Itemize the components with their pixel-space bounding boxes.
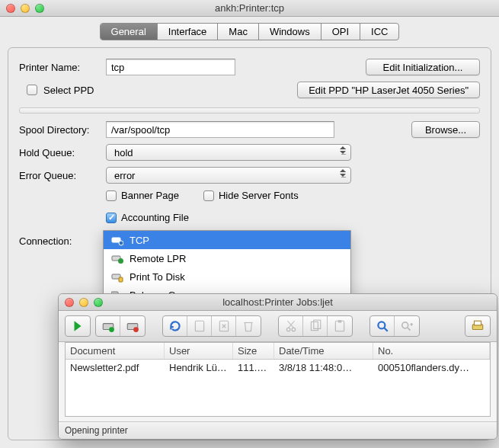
zoom-window-button[interactable] — [35, 4, 44, 13]
connection-option-print-to-disk[interactable]: Print To Disk — [104, 267, 350, 286]
stop-printer-button[interactable] — [120, 316, 145, 336]
spool-dir-input[interactable] — [106, 121, 334, 138]
svg-point-21 — [402, 322, 408, 328]
svg-point-3 — [118, 258, 123, 264]
col-number[interactable]: No. — [373, 343, 490, 359]
tabbar: General Interface Mac Windows OPI ICC — [0, 23, 499, 40]
print-button[interactable] — [465, 316, 490, 336]
printer-disk-icon — [111, 270, 123, 283]
connection-option-remote-lpr[interactable]: Remote LPR — [104, 249, 350, 267]
svg-rect-12 — [195, 321, 203, 331]
jobs-minimize-button[interactable] — [79, 298, 88, 307]
resume-printer-button[interactable] — [96, 316, 120, 336]
spool-dir-label: Spool Directory: — [19, 124, 100, 136]
svg-point-15 — [292, 328, 296, 331]
edit-ppd-button[interactable]: Edit PPD "HP LaserJet 4050 Series" — [297, 82, 480, 98]
svg-rect-23 — [475, 321, 481, 325]
hide-fonts-checkbox[interactable] — [203, 190, 214, 201]
error-queue-select[interactable]: error — [106, 167, 351, 184]
find-button[interactable] — [370, 316, 395, 336]
jobs-status: Opening printer — [59, 421, 497, 439]
close-window-button[interactable] — [6, 4, 15, 13]
copy-button[interactable] — [303, 316, 328, 336]
svg-point-11 — [133, 327, 139, 332]
hold-queue-label: Hold Queue: — [19, 147, 100, 158]
jobs-window-title: localhost:Printer Jobs:ljet — [59, 296, 497, 308]
svg-point-20 — [378, 322, 385, 328]
find-next-button[interactable] — [395, 316, 419, 336]
col-size[interactable]: Size — [233, 343, 274, 359]
hold-queue-select[interactable]: hold — [106, 144, 351, 161]
connection-option-tcp[interactable]: TCP — [104, 231, 350, 249]
jobs-close-button[interactable] — [65, 298, 74, 307]
col-user[interactable]: User — [165, 343, 233, 359]
printer-jobs-window: localhost:Printer Jobs:ljet — [58, 293, 497, 440]
svg-rect-5 — [119, 277, 123, 282]
col-document[interactable]: Document — [66, 343, 165, 359]
svg-point-14 — [286, 328, 290, 331]
tab-mac[interactable]: Mac — [218, 24, 259, 40]
play-button[interactable] — [66, 316, 90, 336]
browse-button[interactable]: Browse... — [411, 121, 480, 138]
svg-rect-19 — [338, 320, 342, 322]
separator — [19, 107, 480, 114]
main-titlebar: ankh:Printer:tcp — [0, 0, 499, 17]
delete-job-button[interactable] — [236, 316, 261, 336]
accounting-checkbox[interactable] — [106, 213, 117, 223]
window-title: ankh:Printer:tcp — [0, 2, 499, 14]
hold-job-button[interactable] — [187, 316, 212, 336]
printer-network-icon — [111, 234, 123, 246]
tab-interface[interactable]: Interface — [158, 24, 219, 40]
connection-label: Connection: — [19, 235, 100, 247]
jobs-table: Document User Size Date/Time No. Newslet… — [65, 342, 491, 417]
hide-fonts-label: Hide Server Fonts — [219, 190, 299, 201]
error-queue-label: Error Queue: — [19, 170, 100, 181]
jobs-zoom-button[interactable] — [94, 298, 103, 307]
select-ppd-label: Select PPD — [43, 85, 94, 96]
table-row[interactable]: Newsletter2.pdf Hendrik Lü… 111.5… 3/8/1… — [66, 360, 490, 376]
accounting-label: Accounting File — [121, 212, 189, 223]
banner-page-checkbox[interactable] — [106, 190, 117, 201]
tab-general[interactable]: General — [101, 24, 158, 40]
select-ppd-checkbox[interactable] — [27, 85, 37, 95]
printer-globe-icon — [111, 252, 123, 264]
tab-windows[interactable]: Windows — [259, 24, 321, 40]
col-datetime[interactable]: Date/Time — [274, 343, 373, 359]
refresh-button[interactable] — [163, 316, 187, 336]
tab-icc[interactable]: ICC — [360, 24, 398, 40]
tab-opi[interactable]: OPI — [321, 24, 360, 40]
printer-name-label: Printer Name: — [19, 62, 100, 73]
jobs-toolbar — [59, 311, 497, 342]
minimize-window-button[interactable] — [21, 4, 30, 13]
banner-page-label: Banner Page — [121, 190, 179, 201]
paste-button[interactable] — [328, 316, 352, 336]
release-job-button[interactable] — [212, 316, 236, 336]
svg-point-1 — [119, 241, 123, 245]
edit-initialization-button[interactable]: Edit Initialization... — [366, 59, 480, 75]
svg-point-9 — [109, 327, 114, 332]
cut-button[interactable] — [279, 316, 303, 336]
printer-name-input[interactable] — [106, 59, 235, 75]
